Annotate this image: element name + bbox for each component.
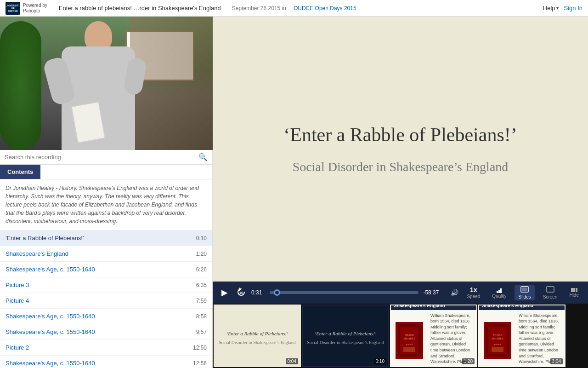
quality-control[interactable]: Quality bbox=[488, 286, 510, 299]
content-list-item[interactable]: Shakespeare's England1:20 bbox=[0, 246, 212, 262]
content-list-item[interactable]: Shakespeare's Age, c. 1550-164012:56 bbox=[0, 356, 212, 368]
content-item-title: 'Enter a Rabble of Plebeians!' bbox=[6, 235, 84, 242]
filmstrip-item[interactable]: ‘Enter a Rabble of Plebeians!’ Social Di… bbox=[214, 305, 301, 367]
film-slide-subtitle: Social Disorder in Shakespeare’s England bbox=[216, 340, 299, 345]
film-header: Shakespeare's England bbox=[479, 305, 565, 310]
content-item-title: Shakespeare's England bbox=[6, 250, 68, 257]
filmstrip: ‘Enter a Rabble of Plebeians!’ Social Di… bbox=[213, 304, 588, 368]
panopto-brand: Powered by Panopto bbox=[23, 3, 47, 14]
film-timestamp: 0:10 bbox=[374, 358, 386, 364]
svg-marker-4 bbox=[239, 288, 241, 291]
quality-icon bbox=[497, 287, 502, 293]
screen-control[interactable]: Screen bbox=[539, 285, 561, 300]
remaining-time: -58:37 bbox=[423, 289, 446, 296]
content-item-title: Shakespeare's Age, c. 1550-1640 bbox=[6, 266, 95, 273]
svg-rect-7 bbox=[522, 288, 527, 291]
player-controls: ▶ 10 0:31 -58:37 🔊 1x Speed bbox=[213, 282, 588, 304]
search-icon[interactable]: 🔍 bbox=[198, 153, 208, 161]
progress-thumb bbox=[274, 289, 280, 296]
nav-course-link[interactable]: OUDCE Open Days 2015 bbox=[294, 5, 356, 12]
svg-text:10: 10 bbox=[239, 291, 243, 294]
filmstrip-item[interactable]: ‘Enter a Rabble of Plebeians!’ Social Di… bbox=[302, 305, 389, 367]
description-text: Dr Jonathan Healey - History. Shakespear… bbox=[0, 179, 212, 230]
svg-text:SHAKE: SHAKE bbox=[405, 334, 414, 336]
right-panel: ‘Enter a Rabble of Plebeians!’ Social Di… bbox=[213, 17, 588, 368]
quality-label: Quality bbox=[492, 293, 506, 299]
content-item-time: 12:50 bbox=[193, 345, 207, 351]
oxford-logo: UNIVERSITY OF OXFORD Powered by Panopto bbox=[6, 2, 53, 15]
speed-label: Speed bbox=[467, 294, 480, 299]
signin-button[interactable]: Sign In bbox=[564, 5, 582, 12]
filmstrip-item[interactable]: Shakespeare's England SHAKE SPEARES port… bbox=[478, 305, 565, 367]
progress-bar[interactable] bbox=[270, 291, 418, 294]
content-item-time: 7:59 bbox=[196, 298, 207, 304]
content-item-time: 6:26 bbox=[196, 266, 207, 273]
replay-button[interactable]: 10 bbox=[236, 287, 247, 299]
content-item-time: 9:57 bbox=[196, 329, 207, 335]
film-slide-title: ‘Enter a Rabble of Plebeians!’ bbox=[222, 327, 292, 340]
content-item-time: 6:35 bbox=[196, 282, 207, 288]
svg-rect-8 bbox=[547, 287, 554, 292]
slides-control[interactable]: Slides bbox=[514, 285, 534, 300]
content-item-title: Picture 3 bbox=[6, 282, 29, 288]
oxford-shield-icon: UNIVERSITY OF OXFORD bbox=[6, 2, 20, 15]
film-slide-content: ‘Enter a Rabble of Plebeians!’ Social Di… bbox=[215, 305, 300, 366]
content-list-item[interactable]: Picture 47:59 bbox=[0, 293, 212, 309]
nav-title: Enter a rabble of plebeians! …rder in Sh… bbox=[59, 5, 221, 12]
content-item-title: Shakespeare's Age, c. 1550-1640 bbox=[6, 360, 95, 367]
content-item-title: Picture 4 bbox=[6, 297, 29, 304]
video-player[interactable] bbox=[0, 17, 213, 150]
content-list-item[interactable]: Shakespeare's Age, c. 1550-16408:58 bbox=[0, 309, 212, 324]
content-list-item[interactable]: Picture 36:35 bbox=[0, 277, 212, 293]
filmstrip-item[interactable]: Shakespeare's England SHAKE SPEARES port… bbox=[390, 305, 477, 367]
contents-tab[interactable]: Contents bbox=[0, 165, 40, 179]
nav-right-controls: Help ▾ Sign In bbox=[543, 5, 582, 12]
film-book-image: SHAKE SPEARES portrait bbox=[396, 322, 423, 359]
svg-rect-14 bbox=[403, 347, 415, 352]
current-time: 0:31 bbox=[251, 289, 265, 296]
search-input[interactable] bbox=[5, 154, 198, 161]
main-layout: 🔍 Contents Dr Jonathan Healey - History.… bbox=[0, 17, 588, 368]
film-header: Shakespeare's England bbox=[391, 305, 476, 310]
slide-subtitle: Social Disorder in Shakespeare’s England bbox=[293, 160, 509, 174]
content-list-item[interactable]: 'Enter a Rabble of Plebeians!'0:10 bbox=[0, 230, 212, 246]
slides-icon bbox=[520, 286, 529, 294]
svg-text:portrait: portrait bbox=[406, 343, 413, 345]
hide-label: Hide bbox=[569, 293, 579, 298]
film-slide-subtitle: Social Disorder in Shakespeare’s England bbox=[304, 340, 387, 345]
search-bar: 🔍 bbox=[0, 150, 212, 165]
slide-title: ‘Enter a Rabble of Plebeians!’ bbox=[283, 124, 517, 146]
svg-text:OXFORD: OXFORD bbox=[8, 10, 18, 12]
film-book-image: SHAKE SPEARES portrait bbox=[484, 322, 511, 359]
top-navigation: UNIVERSITY OF OXFORD Powered by Panopto … bbox=[0, 0, 588, 17]
content-list-item[interactable]: Picture 212:50 bbox=[0, 340, 212, 356]
svg-rect-20 bbox=[492, 347, 503, 352]
hide-control[interactable]: Hide bbox=[565, 287, 582, 299]
content-item-title: Shakespeare's Age, c. 1550-1640 bbox=[6, 313, 95, 320]
volume-icon[interactable]: 🔊 bbox=[451, 289, 458, 296]
content-item-time: 12:56 bbox=[193, 360, 207, 367]
svg-text:SPEARES: SPEARES bbox=[403, 337, 415, 340]
film-timestamp: 1:20 bbox=[462, 358, 475, 364]
chevron-down-icon: ▾ bbox=[556, 6, 559, 11]
content-list-item[interactable]: Shakespeare's Age, c. 1550-16409:57 bbox=[0, 324, 212, 340]
left-panel: 🔍 Contents Dr Jonathan Healey - History.… bbox=[0, 17, 213, 368]
screen-icon bbox=[546, 286, 554, 294]
content-list-item[interactable]: Shakespeare's Age, c. 1550-16406:26 bbox=[0, 262, 212, 277]
content-item-title: Picture 2 bbox=[6, 344, 29, 351]
speed-value: 1x bbox=[470, 286, 477, 293]
play-button[interactable]: ▶ bbox=[218, 288, 231, 298]
svg-text:SPEARES: SPEARES bbox=[492, 337, 503, 340]
hide-icon bbox=[571, 288, 577, 292]
film-slide-title: ‘Enter a Rabble of Plebeians!’ bbox=[311, 327, 380, 340]
slide-display: ‘Enter a Rabble of Plebeians!’ Social Di… bbox=[213, 17, 588, 282]
screen-label: Screen bbox=[543, 294, 558, 299]
slides-label: Slides bbox=[518, 294, 531, 299]
content-item-time: 1:20 bbox=[196, 251, 207, 257]
speed-control[interactable]: 1x Speed bbox=[463, 285, 484, 300]
film-timestamp: 3:04 bbox=[550, 358, 563, 364]
nav-date: September 26 2015 in bbox=[232, 5, 286, 12]
contents-list: 'Enter a Rabble of Plebeians!'0:10Shakes… bbox=[0, 230, 212, 368]
svg-text:SHAKE: SHAKE bbox=[493, 334, 502, 336]
help-button[interactable]: Help ▾ bbox=[543, 5, 559, 12]
